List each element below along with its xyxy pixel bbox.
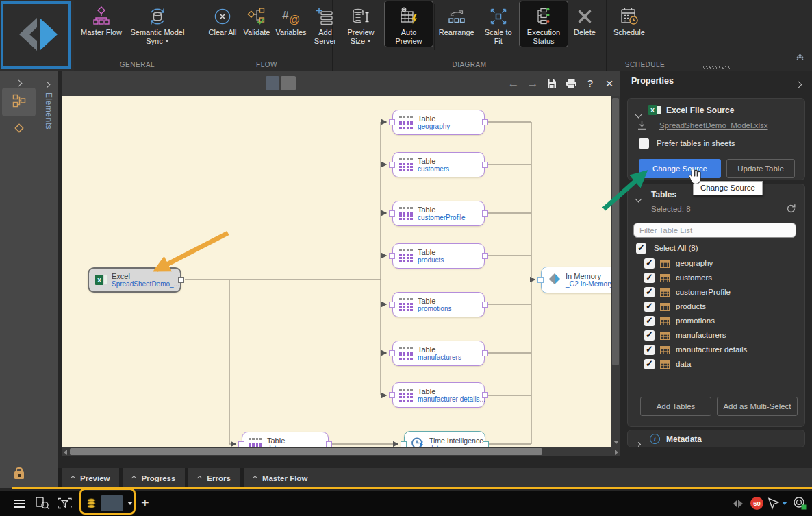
pointer-options-caret[interactable] [782, 491, 787, 516]
canvas-vertical-scrollbar[interactable] [611, 96, 620, 447]
clear-all-button[interactable]: Clear All [205, 1, 240, 38]
validate-button[interactable]: Validate [240, 1, 274, 38]
help-button[interactable]: ? [582, 71, 598, 96]
master-flow-button[interactable]: Master Flow [78, 1, 125, 38]
table-checkbox-manufacturers[interactable] [644, 330, 655, 341]
table-item-label[interactable]: geography [676, 259, 713, 267]
update-table-button[interactable]: Update Table [726, 159, 795, 178]
collapse-properties-button[interactable] [796, 77, 801, 90]
input-port[interactable] [389, 350, 395, 356]
input-port[interactable] [389, 210, 395, 217]
output-port[interactable] [326, 441, 332, 447]
filter-view-button[interactable] [58, 491, 72, 516]
node-table-manufacturer-details[interactable]: Tablemanufacturer details... [392, 382, 485, 408]
diagram-canvas[interactable]: X Excel SpreadSheetDemo_... Tablegeograp… [62, 96, 611, 447]
change-source-button[interactable]: Change Source [639, 159, 721, 178]
node-table-customers[interactable]: Tablecustomers [392, 152, 485, 177]
table-checkbox-geography[interactable] [644, 258, 655, 269]
record-status-button[interactable] [793, 491, 807, 516]
table-checkbox-manufacturer-details[interactable] [644, 345, 655, 355]
table-item-label[interactable]: data [676, 360, 691, 368]
tab-errors[interactable]: Errors [188, 468, 240, 488]
canvas-horizontal-scrollbar[interactable] [62, 447, 620, 456]
flow-elements-tool-selected[interactable] [2, 88, 36, 116]
semantic-model-sync-button[interactable]: Semantic Model Sync [125, 1, 190, 47]
table-item-label[interactable]: customers [676, 273, 712, 282]
table-checkbox-customers[interactable] [644, 273, 655, 283]
source-file-link[interactable]: SpreadSheetDemo_Model.xlsx [659, 121, 768, 130]
output-port[interactable] [482, 119, 488, 125]
scroll-right-arrow-icon[interactable] [615, 450, 618, 455]
delete-button[interactable]: Delete [568, 1, 602, 38]
output-port[interactable] [482, 302, 488, 308]
add-connection-button[interactable]: + [141, 491, 149, 516]
node-table-promotions[interactable]: Tablepromotions [392, 292, 485, 317]
node-excel-source[interactable]: X Excel SpreadSheetDemo_... [88, 267, 181, 293]
scroll-down-arrow-icon[interactable] [613, 441, 619, 444]
node-time-intelligence[interactable]: Time Intelligence...data [404, 431, 485, 447]
output-port[interactable] [482, 210, 488, 217]
save-button[interactable] [544, 71, 560, 96]
scrollbar-thumb[interactable] [70, 448, 542, 455]
input-port[interactable] [537, 277, 544, 283]
metadata-section[interactable]: i Metadata [627, 430, 805, 447]
output-port[interactable] [483, 441, 489, 447]
table-item-label[interactable]: customerProfile [676, 288, 731, 296]
output-port[interactable] [178, 277, 184, 283]
notification-badge[interactable]: 60 [750, 491, 763, 516]
node-in-memory[interactable]: In Memory_G2 In-Memory [541, 267, 611, 293]
tab-preview[interactable]: Preview [62, 468, 119, 488]
tab-progress[interactable]: Progress [123, 468, 185, 488]
preview-size-button[interactable]: Preview Size [337, 1, 385, 47]
table-item-label[interactable]: manufacturer details [676, 345, 747, 354]
input-port[interactable] [389, 119, 395, 125]
table-checkbox-customerprofile[interactable] [644, 287, 655, 297]
refresh-tables-button[interactable] [786, 204, 796, 217]
scroll-left-arrow-icon[interactable] [64, 450, 67, 455]
table-item-label[interactable]: manufacturers [676, 331, 726, 339]
output-port[interactable] [482, 253, 488, 259]
schedule-button[interactable]: Schedule [611, 1, 648, 38]
menu-button[interactable] [14, 491, 26, 516]
input-port[interactable] [238, 441, 244, 447]
collapse-section-button[interactable] [636, 108, 641, 120]
close-flow-button[interactable]: × [601, 71, 618, 96]
table-checkbox-promotions[interactable] [644, 316, 655, 326]
expand-rail-button[interactable] [0, 76, 38, 88]
scale-to-fit-button[interactable]: Scale to Fit [477, 1, 520, 47]
output-port[interactable] [482, 350, 488, 356]
variables-button[interactable]: #@ Variables [274, 1, 308, 38]
input-port[interactable] [401, 441, 407, 447]
tab-master-flow[interactable]: Master Flow [244, 468, 812, 488]
print-button[interactable] [563, 71, 579, 96]
node-table-manufacturers[interactable]: Tablemanufacturers [392, 341, 485, 366]
expand-elements-button[interactable] [45, 77, 49, 90]
output-port[interactable] [482, 162, 488, 168]
table-item-label[interactable]: promotions [676, 317, 715, 325]
select-all-checkbox[interactable] [636, 243, 646, 254]
node-table-geography[interactable]: Tablegeography [392, 110, 485, 135]
table-checkbox-products[interactable] [644, 302, 655, 312]
document-search-button[interactable] [36, 491, 50, 516]
undo-button[interactable]: ← [505, 71, 522, 96]
redo-button[interactable]: → [524, 71, 541, 96]
add-tables-button[interactable]: Add Tables [640, 397, 711, 416]
table-item-label[interactable]: products [676, 302, 706, 310]
rearrange-button[interactable]: Rearrange [436, 1, 477, 38]
input-port[interactable] [389, 253, 395, 259]
table-checkbox-data[interactable] [644, 359, 655, 369]
execution-status-button[interactable]: Execution Status [520, 1, 568, 47]
pointer-tool-button[interactable] [767, 491, 779, 516]
node-table-products[interactable]: Tableproducts [392, 243, 485, 269]
filter-table-input[interactable] [633, 223, 796, 238]
auto-preview-button[interactable]: Auto Preview [385, 1, 433, 47]
node-table-data[interactable]: Tabledata [242, 432, 329, 447]
model-tool-button[interactable] [0, 121, 38, 138]
collapse-ribbon-button[interactable] [798, 55, 802, 62]
node-table-customerprofile[interactable]: TablecustomerProfile [392, 201, 485, 226]
collapse-tables-button[interactable] [636, 192, 641, 204]
scrollbar-thumb[interactable] [612, 98, 619, 365]
panel-resize-handle[interactable] [701, 66, 731, 69]
lock-icon[interactable] [14, 471, 24, 479]
prefer-tables-checkbox[interactable] [639, 138, 649, 149]
